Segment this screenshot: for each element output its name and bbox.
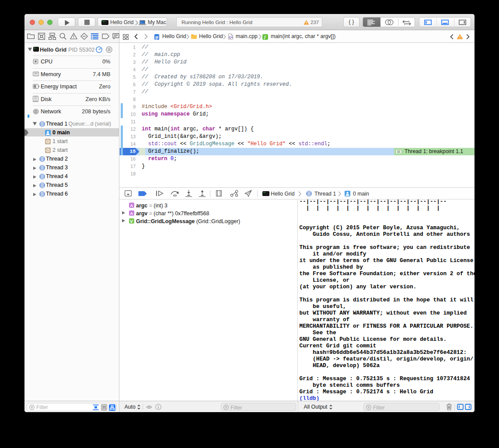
svg-text:V: V bbox=[130, 218, 133, 223]
svg-text:A: A bbox=[130, 210, 133, 215]
svg-text:A: A bbox=[130, 203, 133, 207]
svg-text:C+: C+ bbox=[229, 36, 233, 39]
